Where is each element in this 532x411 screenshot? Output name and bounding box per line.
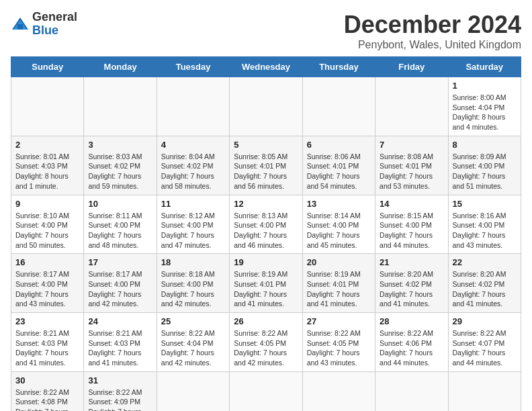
svg-rect-2 — [17, 24, 23, 30]
calendar-cell: 31Sunrise: 8:22 AMSunset: 4:09 PMDayligh… — [84, 371, 157, 411]
day-number: 31 — [88, 375, 152, 385]
day-info: Sunrise: 8:20 AMSunset: 4:02 PMDaylight:… — [380, 270, 433, 308]
calendar-cell: 26Sunrise: 8:22 AMSunset: 4:05 PMDayligh… — [230, 313, 302, 372]
day-number: 15 — [453, 199, 517, 209]
day-number: 14 — [380, 199, 443, 209]
day-number: 21 — [380, 257, 443, 267]
day-info: Sunrise: 8:09 AMSunset: 4:00 PMDaylight:… — [453, 152, 506, 190]
day-info: Sunrise: 8:22 AMSunset: 4:06 PMDaylight:… — [380, 329, 433, 367]
day-number: 4 — [161, 140, 225, 150]
day-number: 8 — [453, 140, 517, 150]
day-info: Sunrise: 8:22 AMSunset: 4:05 PMDaylight:… — [234, 329, 287, 367]
day-info: Sunrise: 8:21 AMSunset: 4:03 PMDaylight:… — [15, 329, 69, 367]
day-info: Sunrise: 8:12 AMSunset: 4:00 PMDaylight:… — [161, 212, 215, 249]
calendar-week-5: 23Sunrise: 8:21 AMSunset: 4:03 PMDayligh… — [11, 313, 521, 372]
day-number: 7 — [380, 140, 443, 150]
logo-blue: Blue — [32, 24, 58, 37]
calendar-cell: 14Sunrise: 8:15 AMSunset: 4:00 PMDayligh… — [375, 195, 448, 254]
day-number: 2 — [15, 140, 79, 150]
day-number: 16 — [15, 257, 79, 267]
month-title: December 2024 — [344, 11, 521, 39]
day-number: 20 — [307, 257, 371, 267]
calendar-table: SundayMondayTuesdayWednesdayThursdayFrid… — [11, 56, 521, 411]
day-number: 12 — [234, 199, 298, 209]
day-info: Sunrise: 8:01 AMSunset: 4:03 PMDaylight:… — [15, 152, 69, 190]
day-info: Sunrise: 8:22 AMSunset: 4:08 PMDaylight:… — [15, 388, 69, 411]
calendar-cell: 15Sunrise: 8:16 AMSunset: 4:00 PMDayligh… — [448, 195, 521, 254]
day-info: Sunrise: 8:14 AMSunset: 4:00 PMDaylight:… — [307, 212, 361, 249]
calendar-cell: 24Sunrise: 8:21 AMSunset: 4:03 PMDayligh… — [84, 313, 157, 372]
calendar-cell: 20Sunrise: 8:19 AMSunset: 4:01 PMDayligh… — [302, 254, 375, 313]
day-info: Sunrise: 8:16 AMSunset: 4:00 PMDaylight:… — [453, 212, 506, 249]
page-header: General Blue December 2024 Penybont, Wal… — [11, 11, 521, 51]
calendar-cell: 6Sunrise: 8:06 AMSunset: 4:01 PMDaylight… — [302, 136, 375, 195]
calendar-week-4: 16Sunrise: 8:17 AMSunset: 4:00 PMDayligh… — [11, 254, 521, 313]
calendar-cell: 23Sunrise: 8:21 AMSunset: 4:03 PMDayligh… — [11, 313, 84, 372]
day-header-wednesday: Wednesday — [230, 57, 302, 77]
calendar-header-row: SundayMondayTuesdayWednesdayThursdayFrid… — [11, 57, 521, 77]
day-number: 9 — [15, 199, 79, 209]
day-info: Sunrise: 8:17 AMSunset: 4:00 PMDaylight:… — [15, 270, 69, 308]
calendar-cell: 8Sunrise: 8:09 AMSunset: 4:00 PMDaylight… — [448, 136, 521, 195]
calendar-cell — [84, 77, 157, 136]
day-number: 27 — [307, 316, 371, 326]
calendar-cell: 17Sunrise: 8:17 AMSunset: 4:00 PMDayligh… — [84, 254, 157, 313]
day-number: 18 — [161, 257, 225, 267]
title-block: December 2024 Penybont, Wales, United Ki… — [344, 11, 521, 51]
calendar-cell: 12Sunrise: 8:13 AMSunset: 4:00 PMDayligh… — [230, 195, 302, 254]
calendar-cell: 5Sunrise: 8:05 AMSunset: 4:01 PMDaylight… — [230, 136, 302, 195]
calendar-cell: 28Sunrise: 8:22 AMSunset: 4:06 PMDayligh… — [375, 313, 448, 372]
day-number: 19 — [234, 257, 298, 267]
calendar-week-1: 1Sunrise: 8:00 AMSunset: 4:04 PMDaylight… — [11, 77, 521, 136]
calendar-week-6: 30Sunrise: 8:22 AMSunset: 4:08 PMDayligh… — [11, 371, 521, 411]
calendar-cell: 25Sunrise: 8:22 AMSunset: 4:04 PMDayligh… — [157, 313, 229, 372]
calendar-cell: 9Sunrise: 8:10 AMSunset: 4:00 PMDaylight… — [11, 195, 84, 254]
calendar-cell: 21Sunrise: 8:20 AMSunset: 4:02 PMDayligh… — [375, 254, 448, 313]
calendar-cell — [448, 371, 521, 411]
day-info: Sunrise: 8:03 AMSunset: 4:02 PMDaylight:… — [88, 152, 142, 190]
day-info: Sunrise: 8:17 AMSunset: 4:00 PMDaylight:… — [88, 270, 142, 308]
day-info: Sunrise: 8:19 AMSunset: 4:01 PMDaylight:… — [234, 270, 287, 308]
day-info: Sunrise: 8:00 AMSunset: 4:04 PMDaylight:… — [453, 93, 506, 131]
day-header-monday: Monday — [84, 57, 157, 77]
logo-icon — [11, 15, 30, 34]
day-info: Sunrise: 8:10 AMSunset: 4:00 PMDaylight:… — [15, 212, 69, 249]
day-info: Sunrise: 8:20 AMSunset: 4:02 PMDaylight:… — [453, 270, 506, 308]
day-info: Sunrise: 8:15 AMSunset: 4:00 PMDaylight:… — [380, 212, 433, 249]
location: Penybont, Wales, United Kingdom — [344, 39, 521, 51]
day-number: 29 — [453, 316, 517, 326]
calendar-cell — [375, 371, 448, 411]
calendar-cell — [302, 77, 375, 136]
day-info: Sunrise: 8:11 AMSunset: 4:00 PMDaylight:… — [88, 212, 142, 249]
logo: General Blue — [11, 11, 77, 38]
day-number: 26 — [234, 316, 298, 326]
day-number: 17 — [88, 257, 152, 267]
day-number: 3 — [88, 140, 152, 150]
day-info: Sunrise: 8:06 AMSunset: 4:01 PMDaylight:… — [307, 152, 361, 190]
calendar-cell: 3Sunrise: 8:03 AMSunset: 4:02 PMDaylight… — [84, 136, 157, 195]
calendar-week-3: 9Sunrise: 8:10 AMSunset: 4:00 PMDaylight… — [11, 195, 521, 254]
day-number: 30 — [15, 375, 79, 385]
calendar-cell — [157, 371, 229, 411]
day-info: Sunrise: 8:18 AMSunset: 4:00 PMDaylight:… — [161, 270, 215, 308]
day-header-tuesday: Tuesday — [157, 57, 229, 77]
day-number: 13 — [307, 199, 371, 209]
day-header-saturday: Saturday — [448, 57, 521, 77]
calendar-cell — [11, 77, 84, 136]
day-info: Sunrise: 8:22 AMSunset: 4:09 PMDaylight:… — [88, 388, 142, 411]
day-info: Sunrise: 8:05 AMSunset: 4:01 PMDaylight:… — [234, 152, 287, 190]
calendar-cell: 13Sunrise: 8:14 AMSunset: 4:00 PMDayligh… — [302, 195, 375, 254]
calendar-cell — [302, 371, 375, 411]
calendar-cell: 4Sunrise: 8:04 AMSunset: 4:02 PMDaylight… — [157, 136, 229, 195]
day-info: Sunrise: 8:08 AMSunset: 4:01 PMDaylight:… — [380, 152, 433, 190]
day-number: 6 — [307, 140, 371, 150]
day-header-friday: Friday — [375, 57, 448, 77]
calendar-cell — [230, 77, 302, 136]
calendar-cell: 18Sunrise: 8:18 AMSunset: 4:00 PMDayligh… — [157, 254, 229, 313]
day-number: 28 — [380, 316, 443, 326]
day-number: 1 — [453, 81, 517, 91]
day-info: Sunrise: 8:19 AMSunset: 4:01 PMDaylight:… — [307, 270, 361, 308]
calendar-cell: 16Sunrise: 8:17 AMSunset: 4:00 PMDayligh… — [11, 254, 84, 313]
calendar-cell: 11Sunrise: 8:12 AMSunset: 4:00 PMDayligh… — [157, 195, 229, 254]
day-info: Sunrise: 8:13 AMSunset: 4:00 PMDaylight:… — [234, 212, 287, 249]
